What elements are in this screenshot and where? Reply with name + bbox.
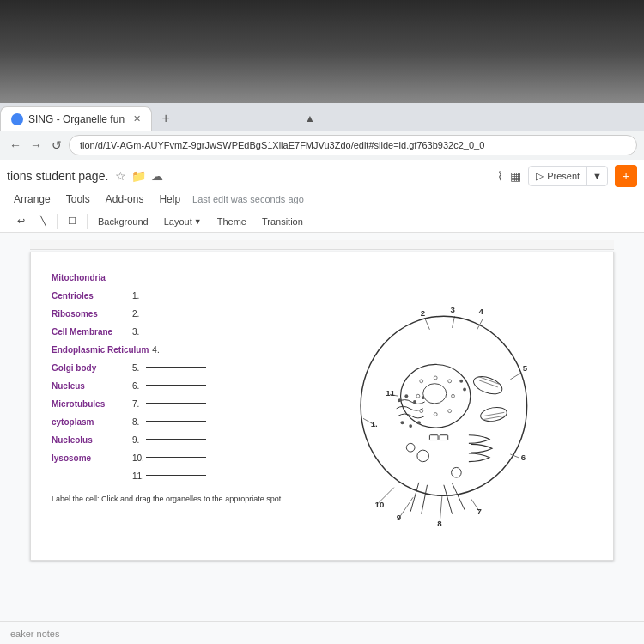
toolbar-background[interactable]: Background bbox=[91, 214, 155, 229]
list-item: Golgi body 5. bbox=[52, 363, 281, 373]
present-icon: ▷ bbox=[536, 170, 544, 182]
title-icons: ☆ 📁 ☁ bbox=[115, 169, 163, 183]
menu-addons[interactable]: Add-ons bbox=[99, 191, 151, 208]
label-line bbox=[146, 385, 206, 386]
toolbar-transition[interactable]: Transition bbox=[255, 214, 310, 229]
browser-chrome: SING - Organelle fun ✕ + ▲ ← → ↺ bbox=[0, 103, 644, 160]
label-number: 5. bbox=[132, 363, 146, 373]
tab-label: SING - Organelle fun bbox=[28, 113, 125, 125]
list-item: cytoplasm 8. bbox=[52, 417, 281, 427]
organelle-name: cytoplasm bbox=[52, 417, 129, 427]
label-line bbox=[146, 475, 206, 476]
label-line bbox=[146, 421, 206, 422]
toolbar-arrow[interactable]: ╲ bbox=[33, 213, 53, 229]
cursor-indicator: ▲ bbox=[305, 112, 315, 125]
organelle-name: Ribosomes bbox=[52, 309, 129, 319]
menu-arrange[interactable]: Arrange bbox=[7, 191, 58, 208]
back-button[interactable]: ← bbox=[7, 137, 24, 154]
toolbar-layout[interactable]: Layout ▼ bbox=[157, 214, 209, 229]
slide-content: Mitochondria Centrioles 1. Ribosomes 2. bbox=[30, 252, 614, 561]
svg-point-25 bbox=[417, 421, 421, 424]
speaker-notes-label: eaker notes bbox=[10, 629, 59, 639]
present-btn-group: ▷ Present ▼ bbox=[528, 166, 608, 186]
list-item: Nucleus 6. bbox=[52, 381, 281, 391]
list-item: lysosome 10. bbox=[52, 453, 281, 463]
slides-title: tions student page. bbox=[7, 169, 108, 183]
toolbar-theme[interactable]: Theme bbox=[210, 214, 253, 229]
label-line bbox=[166, 349, 226, 349]
toolbar-row: ↩ ╲ ☐ Background Layout ▼ Theme Transiti… bbox=[7, 210, 637, 232]
instruction-text: Label the cell: Click and drag the organ… bbox=[52, 495, 281, 503]
svg-point-1 bbox=[401, 364, 471, 428]
organelle-name: Microtubules bbox=[52, 399, 129, 409]
folder-icon[interactable]: 📁 bbox=[131, 169, 146, 183]
menu-tools[interactable]: Tools bbox=[59, 191, 97, 208]
svg-point-17 bbox=[398, 398, 402, 402]
present-dropdown[interactable]: ▼ bbox=[586, 167, 607, 185]
list-item: Endoplasmic Reticulum 4. bbox=[52, 345, 281, 355]
toolbar-sep-2 bbox=[87, 214, 88, 229]
slide-panel: · · · · · · · · Mitochondria Centriol bbox=[0, 233, 644, 621]
label-number: 10. bbox=[132, 453, 146, 463]
present-button[interactable]: ▷ Present bbox=[529, 167, 586, 185]
svg-point-28 bbox=[417, 450, 429, 462]
list-item: 11. bbox=[52, 471, 281, 481]
toolbar-sep-1 bbox=[57, 214, 58, 229]
label-number: 4. bbox=[152, 345, 166, 355]
list-item: Centrioles 1. bbox=[52, 291, 281, 301]
svg-point-24 bbox=[409, 424, 412, 428]
label-line bbox=[146, 439, 206, 440]
slides-title-row: tions student page. ☆ 📁 ☁ ⌇ ▦ ▷ Present … bbox=[7, 163, 637, 189]
slides-grid-icon[interactable]: ▦ bbox=[510, 169, 521, 183]
new-tab-button[interactable]: + bbox=[155, 108, 176, 129]
organelle-name: Golgi body bbox=[52, 363, 129, 373]
chart-icon[interactable]: ⌇ bbox=[497, 169, 503, 183]
speaker-notes: eaker notes bbox=[0, 621, 644, 644]
toolbar-insert-text[interactable]: ☐ bbox=[61, 213, 83, 229]
label-line bbox=[146, 403, 206, 404]
label-number: 7. bbox=[132, 399, 146, 409]
cloud-icon[interactable]: ☁ bbox=[151, 169, 163, 183]
organelle-name: Mitochondria bbox=[52, 273, 129, 283]
label-number: 6. bbox=[132, 381, 146, 391]
svg-line-41 bbox=[471, 499, 480, 512]
label-number: 3. bbox=[132, 327, 146, 337]
share-button[interactable]: + bbox=[615, 165, 637, 187]
slides-header: tions student page. ☆ 📁 ☁ ⌇ ▦ ▷ Present … bbox=[0, 160, 644, 233]
address-bar-row: ← → ↺ bbox=[0, 131, 644, 160]
tab-bar: SING - Organelle fun ✕ + ▲ bbox=[0, 103, 644, 131]
label-line bbox=[146, 367, 206, 368]
list-item: Mitochondria bbox=[52, 273, 281, 283]
label-line bbox=[146, 331, 206, 331]
label-number: 2. bbox=[132, 309, 146, 319]
svg-point-20 bbox=[422, 396, 425, 399]
diagram-num-1: 1. bbox=[371, 419, 378, 428]
active-tab[interactable]: SING - Organelle fun ✕ bbox=[0, 106, 152, 131]
diagram-num-3: 3 bbox=[451, 305, 456, 314]
slide-container: · · · · · · · · Mitochondria Centriol bbox=[0, 233, 644, 621]
toolbar-undo[interactable]: ↩ bbox=[10, 213, 32, 229]
label-number: 8. bbox=[132, 417, 146, 427]
forward-button[interactable]: → bbox=[27, 137, 45, 154]
reload-button[interactable]: ↺ bbox=[48, 137, 65, 154]
tab-close-btn[interactable]: ✕ bbox=[133, 113, 141, 125]
svg-line-43 bbox=[399, 497, 413, 518]
organelle-name: Nucleolus bbox=[52, 435, 129, 445]
diagram-num-6: 6 bbox=[521, 453, 526, 462]
svg-point-18 bbox=[405, 394, 409, 398]
label-list: Mitochondria Centrioles 1. Ribosomes 2. bbox=[52, 273, 281, 534]
diagram-num-10: 10 bbox=[375, 500, 385, 509]
svg-point-19 bbox=[413, 400, 416, 404]
header-right: ⌇ ▦ ▷ Present ▼ + bbox=[497, 165, 637, 187]
svg-point-22 bbox=[463, 388, 466, 392]
svg-line-44 bbox=[378, 488, 394, 504]
star-icon[interactable]: ☆ bbox=[115, 169, 126, 183]
address-input[interactable] bbox=[69, 135, 637, 155]
organelle-name: lysosome bbox=[52, 453, 129, 463]
svg-point-23 bbox=[401, 421, 404, 424]
svg-point-21 bbox=[459, 380, 463, 383]
organelle-name: Centrioles bbox=[52, 291, 129, 301]
cell-diagram-svg: 1. 2 3 4 5 6 7 8 bbox=[295, 273, 535, 531]
top-camera-area bbox=[0, 0, 644, 103]
menu-help[interactable]: Help bbox=[152, 191, 187, 208]
